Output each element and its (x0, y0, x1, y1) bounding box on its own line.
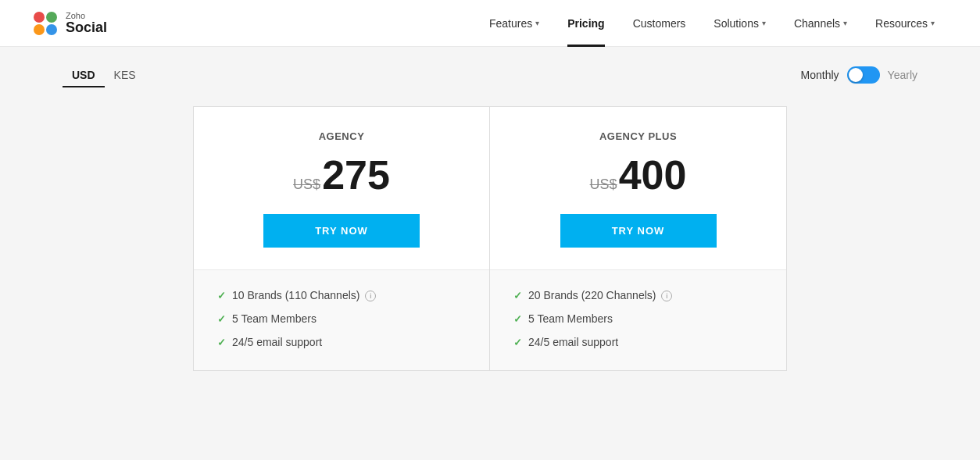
billing-monthly-label: Monthly (801, 69, 839, 81)
feature-text: 5 Team Members (232, 312, 317, 325)
chevron-down-icon: ▾ (843, 19, 847, 27)
currency-tabs: USD KES (63, 62, 145, 87)
navbar: Zoho Social Features ▾ Pricing Customers… (0, 0, 980, 47)
feature-item: ✓ 5 Team Members (513, 312, 763, 325)
nav-item-pricing[interactable]: Pricing (553, 0, 618, 47)
feature-text: 24/5 email support (528, 336, 618, 348)
price-block-agency-plus: US$ 400 (513, 155, 763, 195)
billing-toggle: Monthly Yearly (801, 66, 917, 84)
feature-item: ✓ 24/5 email support (217, 336, 466, 348)
check-icon: ✓ (217, 290, 226, 301)
feature-item: ✓ 10 Brands (110 Channels) i (217, 289, 466, 301)
plan-name-agency-plus: AGENCY PLUS (513, 130, 763, 142)
currency-tab-usd[interactable]: USD (63, 62, 105, 87)
feature-item: ✓ 24/5 email support (513, 336, 763, 348)
logo[interactable]: Zoho Social (31, 9, 107, 37)
feature-item: ✓ 20 Brands (220 Channels) i (513, 289, 763, 301)
nav-item-resources[interactable]: Resources ▾ (861, 0, 949, 47)
try-now-button-agency-plus[interactable]: TRY NOW (560, 214, 717, 248)
card-top-agency: AGENCY US$ 275 TRY NOW (194, 107, 489, 270)
check-icon: ✓ (513, 313, 522, 325)
feature-text: 5 Team Members (528, 312, 613, 325)
nav-links: Features ▾ Pricing Customers Solutions ▾… (475, 0, 949, 46)
check-icon: ✓ (513, 337, 522, 348)
chevron-down-icon: ▾ (931, 19, 935, 27)
price-amount-agency: 275 (322, 155, 390, 195)
plan-name-agency: AGENCY (217, 130, 466, 142)
check-icon: ✓ (217, 313, 226, 325)
controls-row: USD KES Monthly Yearly (63, 62, 917, 87)
price-currency-agency: US$ (293, 177, 320, 193)
check-icon: ✓ (513, 290, 522, 301)
card-features-agency: ✓ 10 Brands (110 Channels) i ✓ 5 Team Me… (194, 270, 489, 370)
price-amount-agency-plus: 400 (619, 155, 687, 195)
info-icon[interactable]: i (661, 291, 672, 301)
svg-point-2 (34, 24, 45, 35)
main-content: USD KES Monthly Yearly AGENCY US$ 275 TR… (0, 47, 980, 402)
svg-point-0 (34, 12, 45, 23)
logo-social: Social (66, 20, 107, 36)
nav-item-solutions[interactable]: Solutions ▾ (699, 0, 780, 47)
feature-text: 24/5 email support (232, 336, 322, 348)
card-top-agency-plus: AGENCY PLUS US$ 400 TRY NOW (490, 107, 786, 270)
check-icon: ✓ (217, 337, 226, 348)
price-block-agency: US$ 275 (217, 155, 466, 195)
nav-item-customers[interactable]: Customers (619, 0, 700, 47)
logo-text: Zoho Social (66, 11, 107, 36)
chevron-down-icon: ▾ (762, 19, 766, 27)
feature-text: 10 Brands (110 Channels) i (232, 289, 376, 301)
nav-item-channels[interactable]: Channels ▾ (780, 0, 861, 47)
pricing-card-agency-plus: AGENCY PLUS US$ 400 TRY NOW ✓ 20 Brands … (490, 107, 786, 370)
info-icon[interactable]: i (365, 291, 376, 301)
nav-item-features[interactable]: Features ▾ (475, 0, 553, 47)
try-now-button-agency[interactable]: TRY NOW (263, 214, 420, 248)
price-currency-agency-plus: US$ (590, 177, 617, 193)
currency-tab-kes[interactable]: KES (105, 62, 145, 87)
logo-zoho: Zoho (66, 11, 107, 20)
pricing-card-agency: AGENCY US$ 275 TRY NOW ✓ 10 Brands (110 … (194, 107, 490, 370)
toggle-knob (849, 68, 863, 82)
zoho-social-logo-icon (31, 9, 59, 37)
feature-item: ✓ 5 Team Members (217, 312, 466, 325)
svg-point-3 (46, 24, 57, 35)
svg-point-1 (46, 12, 57, 23)
chevron-down-icon: ▾ (535, 19, 539, 27)
billing-toggle-switch[interactable] (847, 66, 880, 84)
card-features-agency-plus: ✓ 20 Brands (220 Channels) i ✓ 5 Team Me… (490, 270, 786, 370)
feature-text: 20 Brands (220 Channels) i (528, 289, 672, 301)
billing-yearly-label: Yearly (888, 69, 917, 81)
pricing-grid: AGENCY US$ 275 TRY NOW ✓ 10 Brands (110 … (193, 106, 787, 371)
